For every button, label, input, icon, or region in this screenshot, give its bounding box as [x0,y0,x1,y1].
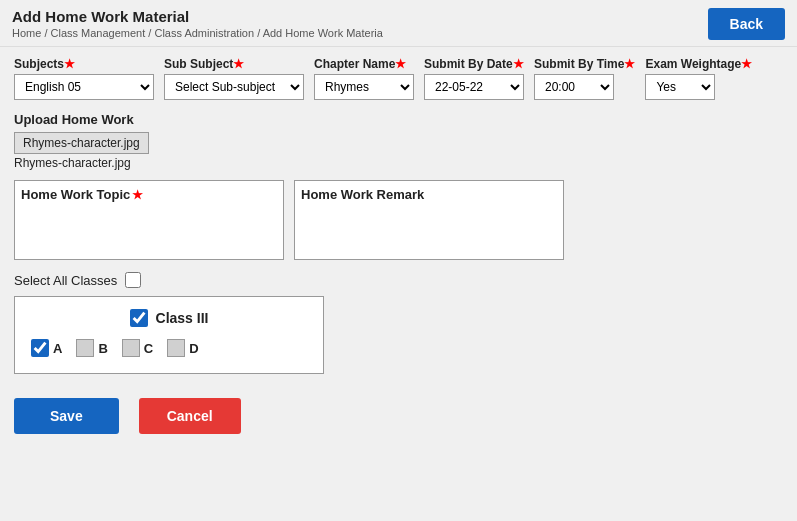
homework-topic-box: Home Work Topic★ [14,180,284,260]
header: Add Home Work Material Home / Class Mana… [0,0,797,47]
section-b-checkbox-blank [76,339,94,357]
upload-label: Upload Home Work [14,112,564,127]
section-c: C [122,339,153,357]
select-all-checkbox[interactable] [125,272,141,288]
select-all-row: Select All Classes [14,272,564,288]
class-sections: A B C D [31,339,307,357]
section-d: D [167,339,198,357]
section-c-checkbox-blank [122,339,140,357]
subsub-label: Sub Subject★ [164,57,304,71]
back-button[interactable]: Back [708,8,785,40]
save-button[interactable]: Save [14,398,119,434]
date-select[interactable]: 22-05-22 [424,74,524,100]
time-label: Submit By Time★ [534,57,635,71]
section-a: A [31,339,62,357]
chapter-label: Chapter Name★ [314,57,414,71]
select-all-label: Select All Classes [14,273,117,288]
exam-group: Exam Weightage★ Yes [645,57,752,100]
textarea-row: Home Work Topic★ Home Work Remark [14,180,564,260]
subjects-select[interactable]: English 05 [14,74,154,100]
subjects-label: Subjects★ [14,57,154,71]
subsub-select[interactable]: Select Sub-subject [164,74,304,100]
section-a-checkbox[interactable] [31,339,49,357]
chapter-select[interactable]: Rhymes [314,74,414,100]
left-panel: Upload Home Work Rhymes-character.jpg Rh… [14,112,564,434]
class-card-title: Class III [31,309,307,327]
date-label: Submit By Date★ [424,57,524,71]
time-select[interactable]: 20:00 [534,74,614,100]
remark-label: Home Work Remark [301,187,557,202]
upload-file-button[interactable]: Rhymes-character.jpg [14,132,149,154]
action-row: Save Cancel [14,398,564,434]
page-title: Add Home Work Material [12,8,383,25]
subsub-group: Sub Subject★ Select Sub-subject [164,57,304,100]
form-row: Subjects★ English 05 Sub Subject★ Select… [14,57,783,100]
class-card: Class III A B C [14,296,324,374]
date-group: Submit By Date★ 22-05-22 [424,57,524,100]
subjects-group: Subjects★ English 05 [14,57,154,100]
section-b: B [76,339,107,357]
upload-file-name: Rhymes-character.jpg [14,156,564,170]
topic-label: Home Work Topic★ [21,187,277,202]
time-group: Submit By Time★ 20:00 [534,57,635,100]
section-d-checkbox-blank [167,339,185,357]
chapter-group: Chapter Name★ Rhymes [314,57,414,100]
cancel-button[interactable]: Cancel [139,398,241,434]
upload-section: Upload Home Work Rhymes-character.jpg Rh… [14,112,564,170]
class-iii-checkbox[interactable] [130,309,148,327]
exam-label: Exam Weightage★ [645,57,752,71]
breadcrumb: Home / Class Management / Class Administ… [12,27,383,39]
exam-select[interactable]: Yes [645,74,715,100]
homework-remark-box: Home Work Remark [294,180,564,260]
